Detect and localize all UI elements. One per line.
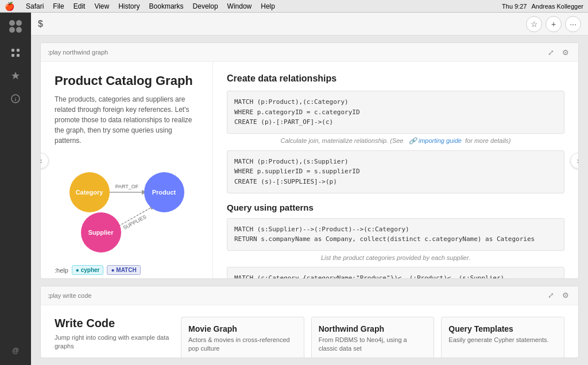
sidebar-bottom: @ [5,340,26,360]
card-write-code: :play write code ⤢ ⚙ Write Code Jump rig… [40,286,579,358]
card2-tile3-desc: Easily generate Cypher statements. [448,336,557,344]
card1-tag-cypher[interactable]: ● cypher [72,265,104,275]
card1-section2-title: Query using patterns [227,203,564,212]
topbar-star-button[interactable]: ☆ [526,16,542,32]
card1-code4[interactable]: MATCH (c:Category {categoryName:"Produce… [227,267,564,279]
menubar-user: Andreas Kollegger [531,3,583,10]
svg-text:SUPPLIES: SUPPLIES [122,214,147,231]
card1-expand-icon[interactable]: ⤢ [545,46,556,58]
menubar: 🍎 Safari File Edit View History Bookmark… [0,0,588,13]
main-content: $ ☆ + ··· :play northwind graph ⤢ ⚙ [31,13,588,365]
card1-body: ‹ Product Catalog Graph The products, ca… [41,62,578,279]
card-northwind: :play northwind graph ⤢ ⚙ ‹ Product Cata… [40,42,579,279]
menu-history[interactable]: History [118,2,140,10]
card2-description: Jump right into coding with example data… [55,333,169,351]
svg-text:@: @ [12,347,19,355]
topbar-dollar: $ [38,19,43,29]
menu-window[interactable]: Window [227,2,252,10]
match-icon: ● [111,267,114,273]
card1-section1-title: Create data relationships [227,73,564,84]
card2-header-icons: ⤢ ⚙ [545,290,571,301]
menu-bookmarks[interactable]: Bookmarks [149,2,184,10]
apple-menu[interactable]: 🍎 [5,2,14,11]
topbar-add-button[interactable]: + [546,16,562,32]
card2-tile1-desc: Actors & movies in cross-referenced pop … [188,336,297,354]
menu-view[interactable]: View [94,2,109,10]
card2-settings-icon[interactable]: ⚙ [560,290,571,301]
menu-file[interactable]: File [53,2,64,10]
card1-caption3: List the product categories provided by … [227,254,564,261]
svg-rect-6 [11,54,14,57]
card2-tile3-title: Query Templates [448,324,557,333]
sidebar: i @ [0,13,31,365]
node-supplier: Supplier [81,212,121,253]
sidebar-item-favorites[interactable] [5,65,26,86]
card2-tile-movie[interactable]: Movie Graph Actors & movies in cross-ref… [181,317,304,358]
card1-header-icons: ⤢ ⚙ [545,46,571,58]
card2-left-panel: Write Code Jump right into coding with e… [55,317,169,358]
topbar: $ ☆ + ··· [31,13,588,36]
sidebar-item-user[interactable]: @ [5,340,26,360]
menubar-datetime: Thu 9:27 [502,3,527,10]
svg-text:PART_OF: PART_OF [115,184,138,189]
menubar-right: Thu 9:27 Andreas Kollegger [502,3,583,10]
cypher-icon: ● [76,267,79,273]
svg-text:i: i [15,96,17,102]
svg-point-2 [9,27,15,33]
node-category: Category [69,172,110,212]
svg-rect-5 [17,49,20,52]
card2-tile1-title: Movie Graph [188,324,297,333]
svg-rect-4 [11,49,14,52]
card2-body: Write Code Jump right into coding with e… [41,305,578,358]
card1-code1[interactable]: MATCH (p:Product),(c:Category) WHERE p.c… [227,91,564,134]
card2-tile-northwind[interactable]: Northwind Graph From RDBMS to Neo4j, usi… [311,317,435,358]
node-product: Product [144,172,184,212]
card2-tile2-title: Northwind Graph [319,324,427,333]
card2-tile-templates[interactable]: Query Templates Easily generate Cypher s… [441,317,564,358]
card1-left-panel: Product Catalog Graph The products, cate… [41,62,213,279]
card1-code2[interactable]: MATCH (p:Product),(s:Supplier) WHERE p.s… [227,150,564,193]
svg-point-0 [9,20,15,26]
card1-header: :play northwind graph ⤢ ⚙ [41,43,578,62]
menu-help[interactable]: Help [261,2,275,10]
sidebar-item-home[interactable] [5,42,26,63]
card1-footer-tags: :help ● cypher ● MATCH [55,265,199,275]
svg-point-3 [16,27,22,33]
card1-code3[interactable]: MATCH (s:Supplier)-->(:Product)-->(c:Cat… [227,218,564,251]
menu-develop[interactable]: Develop [193,2,218,10]
topbar-more-button[interactable]: ··· [565,16,581,32]
card2-header-text: :play write code [48,292,91,299]
importing-guide-link[interactable]: 🔗 importing guide [409,137,462,144]
card2-header: :play write code ⤢ ⚙ [41,286,578,305]
card1-graph: PART_OF SUPPLIES Category [64,155,190,258]
svg-point-1 [16,20,22,26]
card1-header-text: :play northwind graph [48,49,108,56]
card1-title: Product Catalog Graph [55,73,199,88]
card1-settings-icon[interactable]: ⚙ [560,46,571,58]
topbar-actions: ☆ + ··· [526,16,581,32]
card1-right-panel: Create data relationships MATCH (p:Produ… [213,62,578,279]
sidebar-item-info[interactable]: i [5,88,26,109]
card1-tag-match[interactable]: ● MATCH [107,265,140,275]
menu-edit[interactable]: Edit [74,2,86,10]
card2-expand-icon[interactable]: ⤢ [545,290,556,301]
card2-title: Write Code [55,317,169,330]
sidebar-logo [6,17,25,36]
svg-rect-7 [17,54,20,57]
card1-caption1: Calculate join, materialize relationship… [227,137,564,145]
card2-tile2-desc: From RDBMS to Neo4j, using a classic dat… [319,336,427,354]
card1-help-text: :help [55,267,68,274]
cards-area: :play northwind graph ⤢ ⚙ ‹ Product Cata… [31,36,588,365]
card2-tiles: Movie Graph Actors & movies in cross-ref… [181,317,564,358]
app-container: i @ $ ☆ + ··· :play n [0,13,588,365]
card1-description: The products, categories and suppliers a… [55,94,199,146]
menu-safari[interactable]: Safari [26,2,44,10]
